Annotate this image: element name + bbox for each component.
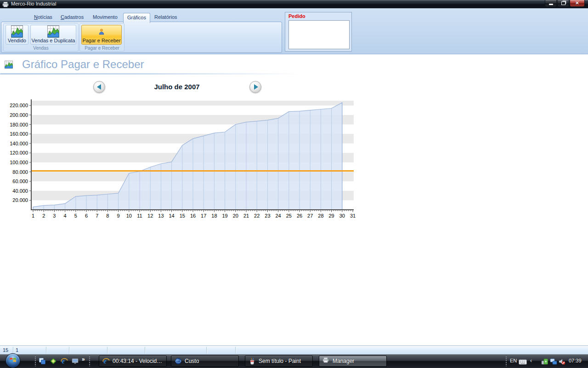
pagar-e-receber-group-label: Pagar e Receber	[80, 45, 124, 51]
taskband-grip[interactable]	[89, 356, 91, 366]
taskbar-task-custo[interactable]: Custo	[171, 356, 239, 367]
task-label: Sem título - Paint	[259, 358, 301, 364]
y-axis-label: 40.000	[12, 188, 28, 194]
printer-icon	[322, 357, 330, 365]
chart-area: 20.00040.00060.00080.000100.000120.00014…	[0, 98, 363, 222]
status-separator	[206, 347, 207, 354]
x-axis-label: 14	[169, 213, 174, 218]
vendido-label: Vendido	[8, 38, 26, 43]
status-separator	[107, 347, 107, 354]
vendido-button[interactable]: Vendido	[6, 25, 28, 45]
status-separator	[235, 347, 236, 354]
paint-icon	[249, 357, 256, 365]
x-axis-label: 19	[222, 213, 227, 218]
tab-noticias[interactable]: Notícias	[30, 13, 56, 22]
person-icon	[98, 25, 105, 38]
close-button[interactable]: ✕	[570, 0, 585, 7]
x-axis-label: 17	[201, 213, 206, 218]
internet-explorer-icon: e	[102, 357, 110, 365]
restore-icon	[561, 1, 565, 5]
tab-relatorios[interactable]: Relatórios	[151, 13, 181, 22]
y-axis-label: 60.000	[12, 178, 28, 184]
x-axis-label: 20	[233, 213, 238, 218]
x-axis-label: 7	[96, 213, 98, 218]
app-printer-icon	[2, 1, 9, 7]
x-axis-label: 28	[318, 213, 323, 218]
payreceive-chart: 20.00040.00060.00080.000100.000120.00014…	[0, 98, 363, 222]
page-title: Gráfico Pagar e Receber	[22, 58, 144, 71]
start-button[interactable]	[6, 353, 20, 368]
taskbar: e » e 00:43:14 - Velocidad... Custo Sem …	[0, 354, 588, 368]
x-axis-label: 4	[64, 213, 67, 218]
taskbar-task-manager[interactable]: Manager	[319, 356, 387, 367]
tray-grip[interactable]	[505, 356, 508, 366]
tray-device-icon[interactable]	[541, 358, 548, 365]
show-desktop-icon[interactable]	[72, 357, 79, 365]
tray-mute-icon[interactable]	[558, 358, 565, 365]
area-chart-icon	[5, 61, 13, 69]
y-axis-label: 20.000	[12, 197, 28, 203]
status-bar: 15 1	[0, 346, 588, 354]
x-axis-label: 23	[265, 213, 270, 218]
y-axis-label: 140.000	[10, 141, 28, 146]
taskbar-task-00-43-14-velocidad-[interactable]: e 00:43:14 - Velocidad...	[99, 356, 167, 367]
chevron-left-icon[interactable]: ‹	[530, 357, 532, 364]
minimize-button[interactable]	[545, 0, 557, 7]
internet-explorer-icon[interactable]: e	[61, 357, 68, 365]
restore-button[interactable]	[557, 0, 569, 7]
status-separator	[46, 347, 46, 354]
keyboard-icon[interactable]	[519, 358, 526, 366]
x-axis-label: 24	[275, 213, 281, 218]
y-axis-label: 160.000	[10, 131, 28, 137]
tab-graficos[interactable]: Gráficos	[123, 13, 150, 23]
x-axis-label: 13	[158, 213, 164, 218]
x-axis-label: 31	[350, 213, 356, 218]
grid-band	[32, 101, 354, 105]
clock[interactable]: 07:39	[569, 358, 582, 363]
arrow-left-icon	[97, 84, 101, 90]
x-axis-label: 3	[53, 213, 56, 218]
y-axis-label: 180.000	[10, 122, 28, 127]
tray-network-icon[interactable]	[550, 358, 557, 365]
x-axis-label: 11	[137, 213, 142, 218]
green-diamond-icon[interactable]	[50, 357, 57, 365]
status-separator	[145, 347, 145, 354]
area-chart-icon	[47, 25, 59, 38]
x-axis-label: 5	[74, 213, 77, 218]
x-axis-label: 10	[126, 213, 132, 218]
y-axis-label: 120.000	[10, 150, 28, 155]
vendas-e-duplicata-button[interactable]: Vendas e Duplicata	[30, 25, 76, 45]
y-axis-label: 220.000	[10, 103, 28, 108]
vendas-e-duplicata-label: Vendas e Duplicata	[32, 38, 75, 43]
tab-cadastros[interactable]: Cadastros	[57, 13, 87, 22]
previous-month-button[interactable]	[93, 81, 105, 93]
x-axis-label: 6	[85, 213, 88, 218]
y-axis-label: 80.000	[12, 169, 28, 175]
ribbon-strip: Vendido Vendas e Duplicata Vendas Pagar …	[1, 22, 282, 53]
pedido-input[interactable]	[288, 20, 350, 49]
window-switcher-icon[interactable]	[39, 357, 46, 365]
quick-launch-overflow-chevron[interactable]: »	[82, 356, 85, 362]
ribbon-group-pagar-e-receber: Pagar e Receber Pagar e Receber	[79, 23, 124, 52]
x-axis-label: 30	[339, 213, 345, 218]
language-indicator[interactable]: EN	[510, 358, 517, 363]
quick-launch-grip[interactable]	[34, 356, 37, 366]
pedido-panel: Pedido	[285, 12, 352, 52]
globe-icon	[175, 357, 182, 365]
taskbar-task-sem-titulo-paint[interactable]: Sem título - Paint	[245, 356, 313, 367]
x-axis-label: 25	[286, 213, 292, 218]
pagar-e-receber-button[interactable]: Pagar e Receber	[81, 25, 122, 45]
x-axis-label: 22	[254, 213, 260, 218]
x-axis-label: 1	[32, 213, 34, 218]
screen: Merco-Rio Industrial ✕ NotíciasCadastros…	[0, 0, 588, 368]
arrow-right-icon	[254, 84, 258, 90]
x-axis-label: 29	[328, 213, 334, 218]
x-axis-label: 26	[297, 213, 302, 218]
close-icon: ✕	[575, 1, 579, 6]
tab-movimento[interactable]: Movimento	[89, 13, 121, 22]
next-month-button[interactable]	[249, 81, 261, 93]
status-separator	[13, 347, 13, 354]
x-axis-label: 2	[42, 213, 45, 218]
x-axis-label: 27	[307, 213, 313, 218]
x-axis-label: 21	[243, 213, 249, 218]
